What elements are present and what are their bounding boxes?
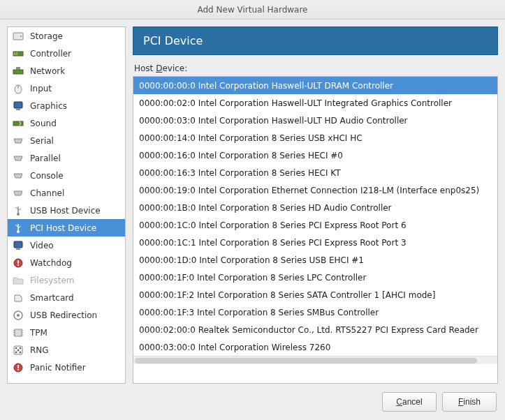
sound-icon <box>12 118 24 129</box>
sidebar-item-label: Panic Notifier <box>30 363 86 373</box>
storage-icon <box>12 31 24 42</box>
sidebar-item-parallel[interactable]: Parallel <box>8 149 125 167</box>
svg-rect-11 <box>13 121 23 126</box>
sidebar-item-label: Network <box>30 66 65 76</box>
pci-device-row[interactable]: 0000:00:1B:0 Intel Corporation 8 Series … <box>133 199 497 216</box>
parallel-icon <box>12 153 24 164</box>
cancel-button[interactable]: Cancel <box>382 392 437 412</box>
sidebar-item-label: Controller <box>30 49 71 59</box>
controller-icon <box>12 48 24 59</box>
sidebar-item-label: Channel <box>30 188 64 198</box>
sidebar-item-label: Watchdog <box>30 258 72 268</box>
sidebar-item-label: TPM <box>30 328 47 338</box>
pci-device-row[interactable]: 0000:00:16:3 Intel Corporation 8 Series … <box>133 164 497 181</box>
serial-icon <box>12 135 24 147</box>
pci-device-row[interactable]: 0000:00:03:0 Intel Corporation Haswell-U… <box>133 112 497 129</box>
svg-rect-10 <box>16 109 20 110</box>
sidebar-item-watchdog[interactable]: Watchdog <box>8 254 125 271</box>
pci-device-row[interactable]: 0000:00:00:0 Intel Corporation Haswell-U… <box>133 77 497 94</box>
svg-rect-9 <box>14 102 22 108</box>
sidebar-item-label: USB Redirection <box>30 310 97 320</box>
sidebar-item-label: Video <box>30 241 54 250</box>
sidebar-item-label: Serial <box>30 136 54 146</box>
svg-rect-41 <box>17 365 19 368</box>
sidebar-item-label: Parallel <box>30 153 61 163</box>
sidebar-item-controller[interactable]: Controller <box>8 45 125 62</box>
hardware-type-sidebar[interactable]: StorageControllerNetworkInputGraphicsSou… <box>7 27 126 384</box>
pci-device-row[interactable]: 0000:00:02:0 Intel Corporation Haswell-U… <box>133 94 497 112</box>
sidebar-item-label: Graphics <box>30 101 67 111</box>
pci-device-row[interactable]: 0000:00:1D:0 Intel Corporation 8 Series … <box>133 251 497 269</box>
pci-device-row[interactable]: 0000:00:1F:2 Intel Corporation 8 Series … <box>133 286 497 303</box>
scrollbar-thumb[interactable] <box>135 358 477 363</box>
svg-rect-24 <box>17 264 19 266</box>
sidebar-item-label: Console <box>30 171 64 181</box>
sidebar-item-channel[interactable]: Channel <box>8 184 125 202</box>
pci-device-row[interactable]: 0000:00:19:0 Intel Corporation Ethernet … <box>133 181 497 199</box>
main-panel: PCI Device Host Device: 0000:00:00:0 Int… <box>133 27 498 384</box>
sidebar-item-graphics[interactable]: Graphics <box>8 97 125 114</box>
sidebar-item-pci-host-device[interactable]: PCI Host Device <box>8 219 125 237</box>
sidebar-item-label: RNG <box>30 345 49 355</box>
finish-button[interactable]: Finish <box>442 392 497 412</box>
sidebar-item-label: Filesystem <box>30 276 74 285</box>
svg-point-37 <box>17 349 19 350</box>
svg-rect-27 <box>15 329 22 336</box>
pci-device-row[interactable]: 0000:02:00:0 Realtek Semiconductor Co., … <box>133 321 497 338</box>
svg-point-35 <box>15 347 17 348</box>
pci-device-row[interactable]: 0000:00:16:0 Intel Corporation 8 Series … <box>133 147 497 164</box>
sidebar-item-label: PCI Host Device <box>30 223 96 233</box>
content-area: StorageControllerNetworkInputGraphicsSou… <box>0 20 505 384</box>
sidebar-item-sound[interactable]: Sound <box>8 114 125 132</box>
host-device-label: Host Device: <box>134 63 498 73</box>
tpm-icon <box>12 327 24 338</box>
pci-device-list[interactable]: 0000:00:00:0 Intel Corporation Haswell-U… <box>133 76 498 384</box>
smartcard-icon <box>12 292 24 303</box>
pci-device-row[interactable]: 0000:00:1C:0 Intel Corporation 8 Series … <box>133 216 497 234</box>
window-title: Add New Virtual Hardware <box>198 5 308 15</box>
sidebar-item-label: Sound <box>30 119 57 128</box>
svg-point-36 <box>20 347 21 348</box>
graphics-icon <box>12 100 24 112</box>
pci-device-row[interactable]: 0000:00:14:0 Intel Corporation 8 Series … <box>133 129 497 147</box>
sidebar-item-console[interactable]: Console <box>8 167 125 184</box>
add-hardware-window: Add New Virtual Hardware StorageControll… <box>0 0 505 420</box>
svg-rect-3 <box>14 52 15 55</box>
sidebar-item-usb-host-device[interactable]: USB Host Device <box>8 202 125 219</box>
svg-point-39 <box>20 351 21 352</box>
sidebar-item-filesystem: Filesystem <box>8 271 125 289</box>
sidebar-item-serial[interactable]: Serial <box>8 132 125 149</box>
svg-rect-20 <box>14 241 22 248</box>
sidebar-item-label: Input <box>30 84 52 93</box>
filesystem-icon <box>12 275 24 286</box>
sidebar-item-storage[interactable]: Storage <box>8 27 125 45</box>
sidebar-item-smartcard[interactable]: Smartcard <box>8 289 125 306</box>
pci-icon <box>12 223 24 234</box>
horizontal-scrollbar[interactable] <box>133 356 497 364</box>
pci-device-row[interactable]: 0000:00:1F:3 Intel Corporation 8 Series … <box>133 303 497 321</box>
usb-redir-icon <box>12 310 24 321</box>
dialog-footer: Cancel Finish <box>0 384 505 420</box>
usb-icon <box>12 205 24 216</box>
svg-point-1 <box>20 36 22 37</box>
window-titlebar: Add New Virtual Hardware <box>0 0 505 20</box>
sidebar-item-label: USB Host Device <box>30 206 101 216</box>
svg-rect-6 <box>16 67 20 70</box>
sidebar-item-usb-redirection[interactable]: USB Redirection <box>8 306 125 324</box>
panic-icon <box>12 362 24 373</box>
sidebar-item-input[interactable]: Input <box>8 80 125 97</box>
pci-device-row[interactable]: 0000:00:1F:0 Intel Corporation 8 Series … <box>133 269 497 286</box>
svg-point-38 <box>15 351 17 352</box>
sidebar-item-panic-notifier[interactable]: Panic Notifier <box>8 359 125 376</box>
svg-rect-4 <box>16 52 17 55</box>
watchdog-icon <box>12 257 24 269</box>
sidebar-item-rng[interactable]: RNG <box>8 341 125 359</box>
input-icon <box>12 83 24 94</box>
sidebar-item-video[interactable]: Video <box>8 237 125 254</box>
sidebar-item-tpm[interactable]: TPM <box>8 324 125 341</box>
pci-device-row[interactable]: 0000:00:1C:1 Intel Corporation 8 Series … <box>133 234 497 251</box>
sidebar-item-label: Storage <box>30 31 63 41</box>
pci-device-row[interactable]: 0000:03:00:0 Intel Corporation Wireless … <box>133 338 497 356</box>
console-icon <box>12 170 24 181</box>
sidebar-item-network[interactable]: Network <box>8 62 125 80</box>
